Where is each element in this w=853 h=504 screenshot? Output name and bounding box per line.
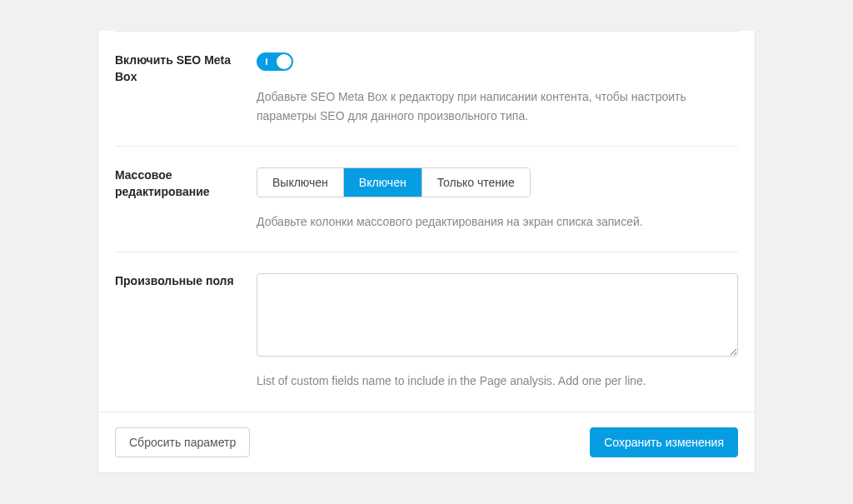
- seo-meta-box-content: Добавьте SEO Meta Box к редактору при на…: [257, 52, 738, 125]
- custom-fields-label: Произвольные поля: [115, 273, 257, 390]
- bulk-editing-radio-group: Выключен Включен Только чтение: [257, 167, 531, 197]
- bulk-editing-option-on[interactable]: Включен: [344, 168, 422, 197]
- panel-footer: Сбросить параметр Сохранить изменения: [98, 412, 755, 472]
- bulk-editing-option-off[interactable]: Выключен: [257, 168, 344, 197]
- setting-row-bulk-editing: Массовое редактирование Выключен Включен…: [115, 147, 738, 252]
- setting-row-seo-meta-box: Включить SEO Meta Box Добавьте SEO Meta …: [115, 31, 738, 147]
- bulk-editing-description: Добавьте колонки массового редактировани…: [257, 212, 738, 231]
- bulk-editing-option-readonly[interactable]: Только чтение: [422, 168, 530, 197]
- seo-meta-box-label: Включить SEO Meta Box: [115, 52, 257, 125]
- custom-fields-content: List of custom fields name to include in…: [257, 273, 738, 390]
- bulk-editing-label: Массовое редактирование: [115, 167, 257, 231]
- custom-fields-description: List of custom fields name to include in…: [257, 372, 738, 390]
- seo-meta-box-toggle[interactable]: [257, 52, 293, 71]
- seo-meta-box-description: Добавьте SEO Meta Box к редактору при на…: [257, 87, 738, 125]
- reset-button[interactable]: Сбросить параметр: [115, 427, 250, 457]
- setting-row-custom-fields: Произвольные поля List of custom fields …: [115, 252, 738, 411]
- save-button[interactable]: Сохранить изменения: [590, 427, 738, 457]
- settings-panel: Включить SEO Meta Box Добавьте SEO Meta …: [97, 31, 756, 473]
- bulk-editing-content: Выключен Включен Только чтение Добавьте …: [257, 167, 738, 231]
- custom-fields-textarea[interactable]: [257, 273, 738, 357]
- panel-body: Включить SEO Meta Box Добавьте SEO Meta …: [98, 31, 755, 412]
